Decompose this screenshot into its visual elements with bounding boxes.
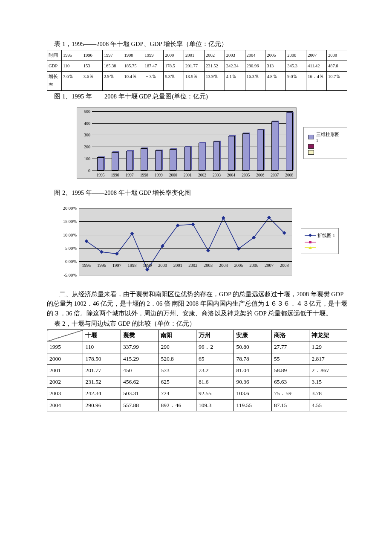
table-row: 增长率 7.6％ 3.6％ 2.9％ 10.4％ －3％ 5.8％ 13.5％ … <box>47 71 347 90</box>
chart2-caption: 图 2、1995 年——2008 年十堰 GDP 增长率变化图 <box>47 189 347 197</box>
ytick-label: 10.00% <box>55 232 77 237</box>
ytick-label: 200 <box>80 145 90 149</box>
cell: 557.88 <box>121 399 159 411</box>
bar <box>271 121 278 170</box>
xtick-label: 1999 <box>155 173 163 177</box>
xtick-label: 1998 <box>140 173 148 177</box>
cell: 3.15 <box>309 376 347 388</box>
xtick-label: 1999 <box>143 263 152 268</box>
bar-plot: 0100200300400500199519961997199819992000… <box>92 111 293 171</box>
xtick-label: 2007 <box>265 263 274 268</box>
ytick-label: 0 <box>80 168 90 173</box>
row-year: 2004 <box>47 399 83 411</box>
chart2-legend: 折线图 1 <box>301 228 339 254</box>
cell: 87.15 <box>271 399 309 411</box>
table-row: 十堰 襄樊 南阳 万州 安康 商洛 神龙架 <box>47 330 347 341</box>
ytick-label: 0.00% <box>55 259 77 264</box>
xtick-label: 1998 <box>128 263 137 268</box>
cell: 231.52 <box>83 376 121 388</box>
cell: 90.36 <box>234 376 272 388</box>
row-label: GDP <box>47 61 62 71</box>
line-chart: -5.00%0.00%5.00%10.00%15.00%20.00%199519… <box>55 204 294 278</box>
svg-marker-7 <box>191 223 195 226</box>
xtick-label: 2007 <box>271 173 279 177</box>
xtick-label: 2003 <box>204 263 213 268</box>
table-row: 2000178.50415.29520.86578.78552.817 <box>47 353 347 364</box>
cell: 290.96 <box>83 399 121 411</box>
bar <box>242 133 249 171</box>
ytick-label: 15.00% <box>55 219 77 224</box>
cell: 503.31 <box>121 388 159 399</box>
chart1: 0100200300400500199519961997199819992000… <box>77 107 347 179</box>
cell: 75．59 <box>271 388 309 399</box>
legend-marker-icon <box>305 240 316 244</box>
cell: 65 <box>196 353 234 364</box>
cell: 242.34 <box>83 388 121 399</box>
row-label: 时间 <box>47 50 62 61</box>
cell: 78.78 <box>234 353 272 364</box>
legend-marker-icon <box>305 246 316 250</box>
cell: 50.80 <box>234 341 272 353</box>
xtick-label: 2000 <box>169 173 177 177</box>
table1: 时间 1995 1996 1997 1998 1999 2000 2001 20… <box>47 50 347 91</box>
xtick-label: 1995 <box>96 173 104 177</box>
xtick-label: 2004 <box>219 263 228 268</box>
legend-item <box>308 144 343 149</box>
legend-label: 折线图 1 <box>317 232 335 239</box>
cell: 58.89 <box>271 364 309 376</box>
xtick-label: 2005 <box>242 173 250 177</box>
xtick-label: 2008 <box>280 263 289 268</box>
cell: 201.77 <box>83 364 121 376</box>
ytick-label: 20.00% <box>55 205 77 210</box>
cell: 81.04 <box>234 364 272 376</box>
bar <box>184 147 191 171</box>
bar <box>170 149 176 171</box>
row-year: 2001 <box>47 364 83 376</box>
bar <box>213 142 220 170</box>
cell: 520.8 <box>159 353 196 364</box>
xtick-label: 2003 <box>213 173 221 177</box>
legend-label: 三维柱形图 1 <box>316 131 343 143</box>
chart2: -5.00%0.00%5.00%10.00%15.00%20.00%199519… <box>55 204 347 278</box>
table2-caption: 表 2，十堰与周边城市 GDP 的比较（单位：亿元） <box>47 320 347 328</box>
xtick-label: 2000 <box>158 263 167 268</box>
ytick-label: -5.00% <box>55 272 77 277</box>
bar <box>126 151 133 171</box>
cell: 625 <box>159 376 196 388</box>
xtick-label: 2002 <box>188 263 197 268</box>
cell: 573 <box>159 364 196 376</box>
legend-item <box>305 246 335 250</box>
bar <box>97 157 104 171</box>
table-row: 2002231.52456.6262581.690.3665.633.15 <box>47 376 347 388</box>
cell: 178.50 <box>83 353 121 364</box>
svg-marker-15 <box>308 234 312 237</box>
cell: 290 <box>159 341 196 353</box>
table-row: 2004290.96557.88892．46109.3119.5587.154.… <box>47 399 347 411</box>
xtick-label: 1997 <box>126 173 134 177</box>
xtick-label: 1996 <box>111 173 119 177</box>
xtick-label: 1995 <box>82 263 91 268</box>
xtick-label: 2002 <box>198 173 206 177</box>
bar <box>228 136 235 171</box>
cell: 892．46 <box>159 399 196 411</box>
bar <box>286 113 293 171</box>
bar <box>141 148 147 171</box>
row-year: 2000 <box>47 353 83 364</box>
cell: 92.55 <box>196 388 234 399</box>
body-paragraph: 二、从经济总量来看，由于襄樊和南阳区位优势的存在，GDP 的总量远远超过十堰，2… <box>47 289 347 318</box>
cell: 103.6 <box>234 388 272 399</box>
legend-item <box>308 150 343 155</box>
cell: 27.77 <box>271 341 309 353</box>
bar <box>257 130 264 171</box>
cell: 73.2 <box>196 364 234 376</box>
svg-rect-17 <box>309 241 311 243</box>
cell: 2．867 <box>309 364 347 376</box>
xtick-label: 2001 <box>173 263 182 268</box>
legend-swatch-icon <box>308 150 314 155</box>
table-row: 2001201.7745057373.281.0458.892．867 <box>47 364 347 376</box>
cell: 3.78 <box>309 388 347 399</box>
table2: 十堰 襄樊 南阳 万州 安康 商洛 神龙架 1995110337.9929096… <box>47 330 347 411</box>
svg-marker-4 <box>146 268 149 271</box>
cell: 81.6 <box>196 376 234 388</box>
cell: 65.63 <box>271 376 309 388</box>
